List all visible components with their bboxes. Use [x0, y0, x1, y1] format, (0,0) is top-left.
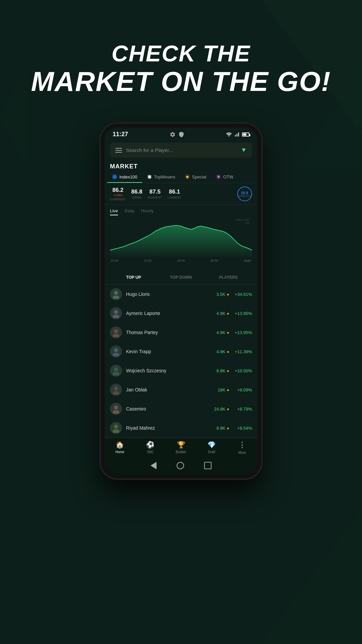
player-row-6[interactable]: Casemiro 24.8K ● +8.79% — [105, 399, 257, 419]
stats-row: 86.2 -0.68% CURRENT 86.8 OPEN 87.5 HIGHE… — [105, 183, 257, 205]
player-name-3: Kevin Trapp — [126, 349, 217, 354]
tab-index100-icon: 🌐 — [112, 174, 117, 179]
player-price-1: 4.9K ● — [217, 311, 229, 316]
mover-tab-top-up[interactable]: TOP UP — [110, 273, 157, 282]
player-avatar-1 — [110, 307, 122, 319]
stat-highest-label: HIGHEST — [148, 196, 163, 199]
player-row-7[interactable]: Riyad Mahrez 8.9K ● +8.54% — [105, 419, 257, 438]
hamburger-menu-icon[interactable] — [115, 148, 122, 153]
player-row-2[interactable]: Thomas Partey 4.9K ● +13.95% — [105, 323, 257, 342]
chart-tab-hourly[interactable]: Hourly — [141, 208, 154, 215]
svg-point-10 — [113, 296, 119, 299]
home-icon: 🏠 — [116, 441, 124, 449]
phone-screen: 11:27 — [105, 127, 257, 475]
svg-point-9 — [114, 291, 118, 295]
nav-sbc[interactable]: ⚽ SBC — [135, 441, 166, 454]
player-name-7: Riyad Mahrez — [126, 425, 217, 431]
player-row-4[interactable]: Wojciech Szczesny 8.8K ● +10.00% — [105, 361, 257, 380]
nav-home[interactable]: 🏠 Home — [105, 441, 135, 454]
tab-topmovers[interactable]: 📈 TopMovers — [142, 171, 180, 183]
settings-icon — [170, 131, 176, 138]
stat-current-label: CURRENT — [110, 198, 126, 201]
stat-current: 86.2 -0.68% CURRENT — [110, 187, 126, 201]
chart-tab-live[interactable]: Live — [110, 208, 118, 215]
nav-draft[interactable]: 💎 Draft — [196, 441, 227, 454]
player-change-7: +8.54% — [232, 426, 252, 431]
momentum-value: 50.8 — [241, 191, 248, 195]
filter-icon[interactable]: ▼ — [241, 147, 247, 154]
svg-point-17 — [114, 367, 118, 371]
search-placeholder[interactable]: Search for a Player... — [126, 147, 237, 153]
status-time: 11:27 — [113, 131, 128, 138]
player-avatar-3 — [110, 345, 122, 358]
tab-topmovers-label: TopMovers — [154, 174, 176, 179]
player-row-5[interactable]: Jan Oblak 18K ● +9.09% — [105, 380, 257, 399]
chart-x-labels: 10:00 15:00 20:00 00:00 05:00 — [110, 259, 252, 262]
player-avatar-2 — [110, 326, 122, 338]
player-price-3: 4.9K ● — [217, 349, 229, 354]
chart-tab-daily[interactable]: Daily — [125, 208, 134, 215]
player-avatar-7 — [110, 422, 122, 434]
bottom-nav: 🏠 Home ⚽ SBC 🏆 Builder 💎 Draft ⋮ Mo — [105, 438, 257, 458]
chart-x-label-3: 00:00 — [210, 259, 218, 262]
search-bar[interactable]: Search for a Player... ▼ — [110, 143, 252, 158]
player-row-0[interactable]: Hugo Lloris 3.5K ● +34.61% — [105, 285, 257, 304]
status-right — [226, 131, 249, 138]
player-change-6: +8.79% — [232, 407, 252, 412]
tab-otw-icon: 🔮 — [216, 174, 221, 179]
nav-builder-label: Builder — [176, 450, 186, 454]
player-change-4: +10.00% — [232, 368, 252, 373]
mover-tab-players[interactable]: PLAYERS — [205, 273, 252, 282]
momentum-label: MOMENTUM — [238, 195, 252, 197]
player-price-4: 8.8K ● — [217, 368, 229, 373]
svg-point-16 — [113, 353, 119, 356]
player-change-0: +34.61% — [232, 292, 252, 297]
svg-point-11 — [114, 310, 118, 314]
chart-x-label-1: 15:00 — [144, 259, 152, 262]
player-row-1[interactable]: Aymeric Laporte 4.9K ● +13.95% — [105, 304, 257, 323]
svg-point-24 — [113, 429, 119, 433]
player-price-2: 4.9K ● — [217, 330, 229, 335]
signal-icon — [234, 131, 240, 138]
nav-home-label: Home — [115, 450, 124, 454]
android-home-button[interactable] — [177, 462, 184, 469]
stat-current-change: -0.68% — [110, 194, 126, 197]
android-back-button[interactable] — [150, 462, 157, 469]
android-recents-button[interactable] — [204, 462, 212, 469]
player-avatar-5 — [110, 384, 122, 396]
battery-icon — [242, 132, 249, 137]
svg-point-15 — [114, 348, 118, 352]
svg-point-14 — [113, 334, 119, 337]
more-icon: ⋮ — [238, 441, 246, 449]
stat-current-value: 86.2 — [110, 187, 126, 194]
tab-otw-label: OTW — [223, 174, 233, 179]
chart-y-high: 88 — [246, 221, 249, 225]
player-name-5: Jan Oblak — [126, 387, 218, 392]
player-row-3[interactable]: Kevin Trapp 4.9K ● +11.39% — [105, 342, 257, 361]
tab-otw[interactable]: 🔮 OTW — [211, 171, 238, 183]
stat-lowest-label: LOWEST — [168, 196, 181, 199]
tab-special[interactable]: ⭐ Special — [180, 171, 211, 183]
player-price-7: 8.9K ● — [217, 426, 229, 431]
player-avatar-0 — [110, 288, 122, 300]
tab-special-icon: ⭐ — [185, 174, 190, 179]
nav-more[interactable]: ⋮ More — [227, 441, 257, 454]
player-name-6: Casemiro — [126, 406, 214, 412]
stat-lowest-value: 86.1 — [168, 189, 181, 195]
svg-marker-4 — [261, 510, 362, 644]
tab-index100[interactable]: 🌐 Index100 — [107, 171, 142, 183]
stat-highest-value: 87.5 — [148, 189, 163, 195]
phone-wrapper: 11:27 — [0, 123, 362, 479]
stat-open-value: 86.8 — [131, 189, 142, 195]
header-line2: MARKET ON THE GO! — [0, 66, 362, 97]
nav-builder[interactable]: 🏆 Builder — [166, 441, 196, 454]
mover-tab-top-down[interactable]: TOP DOWN — [157, 273, 204, 282]
player-change-3: +11.39% — [232, 349, 252, 354]
chart-source: futbin.com — [235, 218, 249, 221]
player-list: Hugo Lloris 3.5K ● +34.61% Aymeric Lapor… — [105, 285, 257, 438]
chart-tabs: Live Daily Hourly — [105, 205, 257, 217]
player-price-6: 24.8K ● — [214, 407, 229, 412]
android-nav — [105, 458, 257, 475]
player-change-5: +9.09% — [232, 387, 252, 392]
chart-svg — [110, 217, 252, 257]
